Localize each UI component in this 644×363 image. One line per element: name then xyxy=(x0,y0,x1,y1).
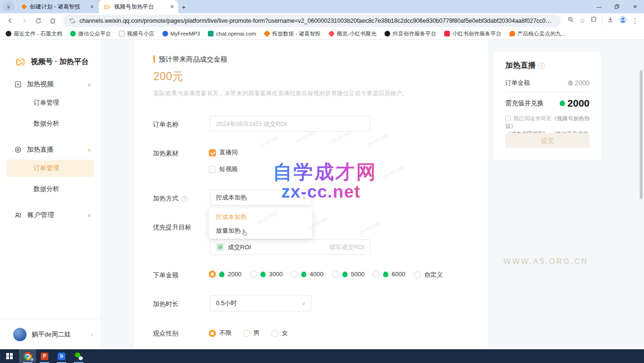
toolbar-divider xyxy=(602,17,602,25)
radio-icon[interactable] xyxy=(250,271,257,278)
amount-option-6000[interactable]: 6000 xyxy=(373,271,405,278)
nav-video-data-analysis[interactable]: 数据分析 xyxy=(7,115,94,132)
taskbar-chrome[interactable] xyxy=(19,349,36,363)
order-name-input[interactable] xyxy=(210,116,370,131)
forward-icon[interactable] xyxy=(18,15,30,27)
chevron-down-icon: ∨ xyxy=(88,213,91,218)
info-icon[interactable]: i xyxy=(538,63,545,69)
tab-close-icon[interactable]: ✕ xyxy=(90,4,94,10)
home-icon[interactable] xyxy=(46,15,59,27)
amount-option-3000[interactable]: 3000 xyxy=(250,271,283,278)
radio-selected-icon[interactable] xyxy=(209,271,216,278)
tab-search-button[interactable]: ∨ xyxy=(3,2,14,11)
radio-icon[interactable] xyxy=(414,272,421,279)
gender-option-male[interactable]: 男 xyxy=(243,329,259,337)
checkbox-checked-icon[interactable] xyxy=(209,149,216,156)
taskbar-powerpoint[interactable]: P xyxy=(36,349,53,363)
window-minimize-button[interactable]: — xyxy=(590,0,608,13)
wechat-icon xyxy=(75,353,83,360)
profile-avatar-icon[interactable] xyxy=(619,16,627,26)
dropdown-option-volume[interactable]: 放量加热 xyxy=(209,224,312,237)
zoom-icon[interactable] xyxy=(567,16,574,25)
site-info-icon[interactable] xyxy=(69,18,76,24)
video-play-icon xyxy=(14,81,22,88)
bookmark-zhuge-data[interactable]: 投放数据 - 诸葛智投 xyxy=(264,30,321,37)
browser-tab-2-active[interactable]: 视频号加热平台 ✕ xyxy=(98,0,178,13)
sidebar: 视频号 · 加热平台 加热视频 ∧ 订单管理 数据分析 加热直播 ∧ 订单管理 … xyxy=(0,40,100,349)
radio-icon[interactable] xyxy=(373,271,380,278)
heat-mode-select[interactable]: 控成本加热 ∨ xyxy=(210,190,312,206)
heat-mode-label: 加热方式 xyxy=(153,194,179,203)
expected-gmv-amount: 200元 xyxy=(153,69,183,84)
coin-bean-icon xyxy=(342,272,348,277)
coin-bean-icon xyxy=(260,272,266,277)
nav-heat-live[interactable]: 加热直播 ∧ xyxy=(14,144,94,156)
gender-option-any-selected[interactable]: 不限 xyxy=(209,329,232,337)
new-tab-button[interactable]: + xyxy=(178,1,189,12)
material-option-live[interactable]: 直播间 xyxy=(209,148,238,157)
amount-option-2000-selected[interactable]: 2000 xyxy=(209,271,242,278)
promote-form-card: 预计带来商品成交金额 200元 实际效果与直播质量有关，未带来的观看量将在直播结… xyxy=(134,40,488,349)
reload-icon[interactable] xyxy=(32,15,45,27)
nav-account-management[interactable]: 账户管理 ∨ xyxy=(14,209,94,221)
page-scrollbar[interactable] xyxy=(640,70,643,199)
material-label: 加热素材 xyxy=(153,149,179,158)
bookmark-star-icon[interactable]: ☆ xyxy=(579,17,585,25)
roi-goal-field[interactable]: 保 成交ROI 填写成交ROI xyxy=(210,239,371,255)
duration-select[interactable]: 0.5小时 ∨ xyxy=(210,295,312,311)
material-option-short-video[interactable]: 短视频 xyxy=(209,165,238,173)
guarantee-badge: 保 xyxy=(216,243,224,251)
bookmark-mp-weixin[interactable]: 微信公众平台 xyxy=(70,30,111,37)
bookmark-product-points[interactable]: 产品核心卖点的九... xyxy=(510,30,566,37)
taskbar-wechat[interactable] xyxy=(70,349,87,363)
tab-close-icon[interactable]: ✕ xyxy=(170,4,174,10)
nav-live-order-management-active[interactable]: 订单管理 xyxy=(7,160,94,177)
bookmark-xhs-creator[interactable]: 小红书创作服务平台 xyxy=(444,30,501,37)
order-name-field[interactable] xyxy=(210,116,371,132)
hand-cursor-icon xyxy=(241,229,248,236)
help-icon[interactable]: ? xyxy=(181,196,188,202)
live-circle-icon xyxy=(14,146,22,154)
taskbar-blue-app[interactable]: b xyxy=(53,349,70,363)
radio-icon[interactable] xyxy=(332,271,339,278)
radio-icon[interactable] xyxy=(243,330,250,337)
channels-logo-icon xyxy=(14,57,27,67)
bookmark-channels-shop[interactable]: 视频号小店 xyxy=(119,30,154,37)
start-button[interactable] xyxy=(0,349,19,363)
weixin-mp-icon xyxy=(70,31,76,36)
gender-option-female[interactable]: 女 xyxy=(271,329,288,337)
powerpoint-icon: P xyxy=(41,353,48,360)
bookmark-xhs-spotlight[interactable]: 概览-小红书聚光 xyxy=(329,30,376,37)
nav-live-data-analysis[interactable]: 数据分析 xyxy=(7,181,94,198)
downloads-icon[interactable] xyxy=(607,16,614,25)
sidebar-user[interactable]: 躺平de周二娃 › xyxy=(0,319,100,349)
url-bar[interactable]: channels.weixin.qq.com/promote/pages/pla… xyxy=(63,15,561,27)
radio-icon[interactable] xyxy=(271,330,278,337)
refund-note: 实际效果与直播质量有关，未带来的观看量将在直播结束后按规则折算微信豆或卡券退回原… xyxy=(153,90,408,98)
window-close-button[interactable]: ✕ xyxy=(626,0,644,13)
radio-selected-icon[interactable] xyxy=(209,330,216,337)
submit-button[interactable]: 提交 xyxy=(505,133,590,148)
extensions-icon[interactable] xyxy=(590,16,597,25)
amount-option-5000[interactable]: 5000 xyxy=(332,271,365,278)
bookmark-chat-openai[interactable]: chat.openai.com xyxy=(208,31,256,36)
bookmark-shimo[interactable]: 最近文件 - 石墨文档 xyxy=(6,30,62,37)
dropdown-option-cost-control[interactable]: 控成本加热 xyxy=(209,210,312,224)
platform-logo-text: 视频号 · 加热平台 xyxy=(31,57,89,67)
checkbox-icon[interactable] xyxy=(209,166,216,173)
amount-option-custom[interactable]: 自定义 xyxy=(414,271,443,279)
window-restore-button[interactable] xyxy=(608,0,626,13)
amount-option-4000[interactable]: 4000 xyxy=(291,271,323,278)
nav-video-order-management[interactable]: 订单管理 xyxy=(7,94,94,111)
zhuge-favicon-icon xyxy=(21,4,27,9)
radio-icon[interactable] xyxy=(291,271,298,278)
bookmark-douyin-creator[interactable]: 抖音创作服务平台 xyxy=(385,30,436,37)
zhuge-icon xyxy=(264,30,270,37)
agreement-checkbox[interactable] xyxy=(505,116,511,121)
browser-tab-1[interactable]: 创建计划 - 诸葛智投 ✕ xyxy=(17,0,98,13)
bookmark-myfreemp3[interactable]: MyFreeMP3 xyxy=(162,31,200,36)
back-icon[interactable] xyxy=(4,15,16,27)
nav-heat-video[interactable]: 加热视频 ∧ xyxy=(14,78,94,91)
browser-menu-icon[interactable]: ⋮ xyxy=(632,17,638,25)
section-title: 预计带来商品成交金额 xyxy=(159,55,227,64)
